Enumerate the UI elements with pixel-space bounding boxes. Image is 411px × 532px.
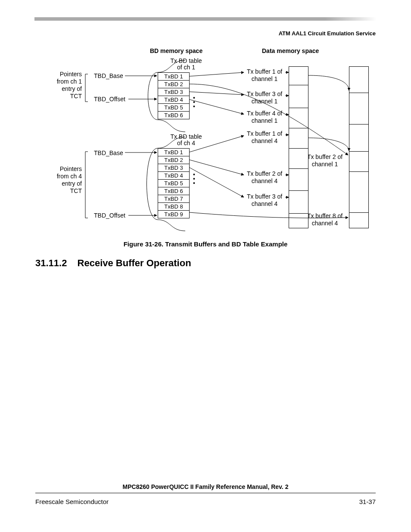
bd-memory-space-label: BD memory space — [150, 47, 202, 54]
text: Tx buffer 1 of — [247, 130, 282, 137]
text: channel 1 — [252, 98, 278, 105]
ellipsis-icon: ••• — [193, 172, 195, 185]
text: entry of — [62, 85, 82, 92]
footer-doc-title: MPC8260 PowerQUICC II Family Reference M… — [34, 483, 377, 490]
bd-row: TxBD 9 — [158, 210, 189, 218]
decorative-bar — [34, 17, 377, 21]
bd-row: TxBD 6 — [158, 187, 189, 195]
text: channel 4 — [252, 200, 278, 207]
section-heading: 31.11.2 Receive Buffer Operation — [35, 258, 191, 269]
bd-row: TxBD 1 — [158, 73, 189, 80]
bd-row: TxBD 4 — [158, 171, 189, 179]
bd-row: TxBD 5 — [158, 179, 189, 187]
text: channel 1 — [252, 75, 278, 82]
buf-2-ch1: Tx buffer 2 of channel 1 — [305, 153, 345, 168]
bd-row: TxBD 4 — [158, 96, 189, 103]
tbd-base-ch4: TBD_Base — [94, 149, 123, 156]
svg-line-4 — [190, 72, 244, 76]
bd-row: TxBD 7 — [158, 195, 189, 202]
tx-bd-table-ch1-title: Tx BD table of ch 1 — [169, 58, 203, 71]
tbd-offset-ch1: TBD_Offset — [94, 96, 125, 103]
page: ATM AAL1 Circuit Emulation Service BD me… — [0, 0, 411, 532]
text: Tx buffer 3 of — [247, 90, 282, 97]
text: Tx buffer 4 of — [247, 110, 282, 117]
text: Tx buffer 3 of — [247, 193, 282, 200]
bd-row: TxBD 3 — [158, 88, 189, 96]
text: Tx BD table — [170, 57, 202, 64]
buf-3-ch4: Tx buffer 3 of channel 4 — [245, 193, 284, 208]
bd-table-ch4: TxBD 1 TxBD 2 TxBD 3 TxBD 4 TxBD 5 TxBD … — [158, 148, 190, 218]
figure-31-26: BD memory space Data memory space Pointe… — [34, 47, 377, 241]
svg-line-9 — [190, 168, 244, 197]
figure-caption: Figure 31-26. Transmit Buffers and BD Ta… — [34, 240, 377, 248]
svg-line-8 — [190, 160, 244, 175]
text: Tx buffer 1 of — [247, 68, 282, 75]
text: Tx buffer 8 of — [307, 212, 342, 219]
bd-row: TxBD 2 — [158, 80, 189, 88]
buf-8-ch4: Tx buffer 8 of channel 4 — [305, 212, 345, 227]
ellipsis-icon: ••• — [193, 96, 195, 109]
text: of ch 1 — [177, 64, 195, 71]
tbd-offset-ch4: TBD_Offset — [94, 212, 125, 219]
section-title: Receive Buffer Operation — [78, 258, 191, 268]
pointers-ch1-label: Pointers from ch 1 entry of TCT — [39, 71, 82, 100]
text: Pointers — [60, 165, 82, 172]
buf-1-ch1: Tx buffer 1 of channel 1 — [245, 68, 284, 83]
text: channel 1 — [252, 117, 278, 124]
tbd-base-ch1: TBD_Base — [94, 72, 123, 79]
text: channel 4 — [252, 177, 278, 184]
bd-row: TxBD 2 — [158, 156, 189, 164]
svg-line-6 — [190, 100, 244, 114]
buf-3-ch1: Tx buffer 3 of channel 1 — [245, 90, 284, 105]
text: channel 1 — [312, 161, 338, 168]
tx-bd-table-ch4-title: Tx BD table of ch 4 — [169, 134, 203, 146]
svg-line-5 — [190, 92, 244, 95]
text: channel 4 — [252, 137, 278, 144]
text: Tx BD table — [170, 133, 202, 140]
bd-row: TxBD 3 — [158, 164, 189, 171]
text: Pointers — [60, 71, 82, 78]
buf-1-ch4: Tx buffer 1 of channel 4 — [245, 130, 284, 145]
text: from ch 1 — [57, 78, 82, 85]
footer-company: Freescale Semiconductor — [35, 498, 109, 505]
buf-2-ch4: Tx buffer 2 of channel 4 — [245, 170, 284, 185]
buf-4-ch1: Tx buffer 4 of channel 1 — [245, 110, 284, 124]
data-memory-space-label: Data memory space — [262, 47, 319, 54]
pointers-ch4-label: Pointers from ch 4 entry of TCT — [39, 165, 82, 195]
footer-page-number: 31-37 — [359, 498, 376, 505]
text: TCT — [70, 93, 82, 100]
bd-table-ch1: TxBD 1 TxBD 2 TxBD 3 TxBD 4 TxBD 5 TxBD … — [158, 72, 190, 119]
section-number: 31.11.2 — [35, 258, 67, 269]
bd-row: TxBD 1 — [158, 149, 189, 156]
text: Tx buffer 2 of — [307, 153, 342, 160]
text: entry of — [62, 180, 82, 187]
text: channel 4 — [312, 220, 338, 227]
text: of ch 4 — [177, 140, 195, 146]
data-column-left — [289, 66, 308, 228]
bd-row: TxBD 5 — [158, 103, 189, 111]
text: TCT — [70, 187, 82, 194]
footer-rule — [35, 493, 376, 493]
text: from ch 4 — [57, 173, 82, 180]
text: Tx buffer 2 of — [247, 170, 282, 177]
bd-row: TxBD 6 — [158, 111, 189, 119]
bd-row: TxBD 8 — [158, 202, 189, 210]
data-column-right — [349, 66, 369, 228]
running-header: ATM AAL1 Circuit Emulation Service — [279, 30, 376, 37]
